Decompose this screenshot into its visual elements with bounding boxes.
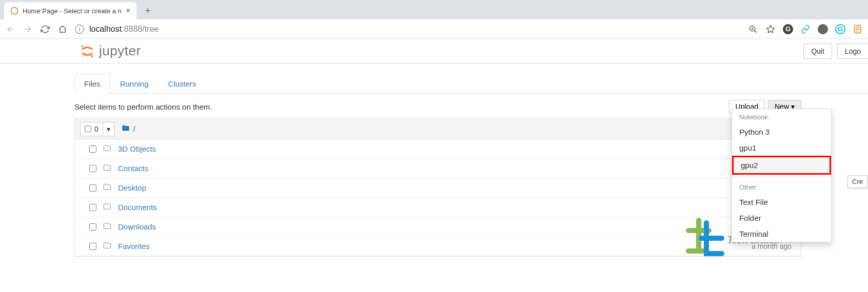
folder-outline-icon	[103, 144, 112, 154]
dropdown-item-terminal[interactable]: Terminal	[732, 226, 831, 242]
new-tab-button[interactable]: +	[141, 4, 155, 18]
svg-point-10	[91, 55, 94, 57]
browser-tab[interactable]: Home Page - Select or create a n ×	[4, 2, 136, 19]
select-all-checkbox[interactable]	[85, 126, 91, 132]
folder-outline-icon	[103, 202, 112, 212]
file-name[interactable]: Contacts	[118, 164, 148, 173]
folder-outline-icon	[103, 163, 112, 173]
url-host: localhost	[89, 25, 122, 33]
breadcrumb: /	[121, 124, 135, 134]
url-field[interactable]: i localhost:8888/tree	[75, 25, 741, 34]
jupyter-logo-text: jupyter	[99, 43, 141, 59]
row-checkbox[interactable]	[89, 243, 96, 250]
extension-icon-link[interactable]	[800, 24, 811, 34]
extension-icon-doc[interactable]	[853, 24, 863, 34]
home-button[interactable]	[57, 24, 68, 34]
list-item: Documents	[75, 198, 801, 217]
jupyter-logo-icon	[80, 44, 95, 59]
file-name[interactable]: 3D Objects	[118, 144, 156, 153]
file-name[interactable]: Downloads	[118, 222, 156, 231]
jupyter-favicon	[10, 7, 18, 15]
svg-point-2	[16, 13, 17, 14]
dropdown-divider	[732, 177, 831, 177]
row-checkbox[interactable]	[89, 165, 96, 172]
jupyter-tabs: Files Running Clusters	[74, 74, 868, 94]
browser-tab-strip: Home Page - Select or create a n × +	[0, 0, 868, 19]
tab-clusters[interactable]: Clusters	[159, 74, 206, 94]
dropdown-section-other: Other:	[732, 179, 831, 194]
zoom-icon[interactable]	[748, 24, 758, 34]
select-menu-caret[interactable]: ▾	[103, 122, 114, 136]
folder-outline-icon	[103, 222, 112, 232]
address-bar: i localhost:8888/tree G G	[0, 19, 868, 39]
file-name[interactable]: Documents	[118, 203, 157, 212]
file-name[interactable]: Desktop	[118, 183, 146, 192]
url-port: :8888	[122, 25, 142, 33]
row-checkbox[interactable]	[89, 184, 96, 192]
dropdown-item-gpu2[interactable]: gpu2	[732, 156, 831, 175]
browser-tab-title: Home Page - Select or create a n	[23, 7, 122, 15]
tab-files[interactable]: Files	[74, 74, 110, 94]
list-item: Contacts	[75, 159, 801, 178]
new-dropdown: Notebook: Python 3 gpu1 gpu2 Other: Text…	[732, 109, 832, 242]
folder-outline-icon	[103, 241, 112, 251]
list-item: 3D Objects	[75, 139, 801, 159]
forward-button[interactable]	[23, 24, 33, 34]
toolbar-hint: Select items to perform actions on them.	[74, 102, 212, 111]
dropdown-item-python3[interactable]: Python 3	[732, 124, 831, 140]
extension-icon-g2[interactable]: G	[835, 24, 845, 34]
row-checkbox[interactable]	[89, 145, 96, 153]
jupyter-logo[interactable]: jupyter	[80, 43, 141, 59]
dropdown-item-folder[interactable]: Folder	[732, 210, 831, 226]
folder-outline-icon	[103, 183, 112, 193]
file-list-header: 0 ▾ / Name	[75, 119, 801, 139]
logout-button[interactable]: Logo	[837, 44, 868, 59]
row-checkbox[interactable]	[89, 223, 96, 231]
file-name[interactable]: Favorites	[118, 242, 150, 251]
breadcrumb-root[interactable]: /	[133, 125, 135, 133]
tab-running[interactable]: Running	[110, 74, 159, 94]
site-info-icon[interactable]: i	[75, 25, 84, 34]
quit-button[interactable]: Quit	[803, 44, 832, 59]
url-path: /tree	[142, 25, 159, 33]
row-checkbox[interactable]	[89, 204, 96, 211]
extension-icon-g[interactable]: G	[783, 24, 793, 34]
file-modified: a month ago	[752, 242, 792, 251]
tooltip: Cre	[847, 175, 867, 188]
select-group: 0 ▾	[80, 122, 115, 136]
select-all[interactable]: 0	[81, 122, 103, 136]
svg-marker-4	[767, 25, 775, 32]
svg-point-11	[82, 55, 84, 57]
reload-button[interactable]	[40, 24, 50, 34]
back-button[interactable]	[5, 24, 15, 34]
file-list: 0 ▾ / Name Notebook: Python 3 gpu1 gpu2 …	[74, 118, 801, 257]
close-icon[interactable]: ×	[126, 6, 130, 15]
extension-icon-circle[interactable]	[818, 24, 828, 34]
list-item: Favorites a month ago	[75, 237, 801, 256]
folder-icon[interactable]	[121, 124, 130, 134]
list-item: Downloads	[75, 217, 801, 237]
list-item: Desktop	[75, 178, 801, 198]
jupyter-header: jupyter Quit Logo	[0, 39, 868, 64]
dropdown-item-textfile[interactable]: Text File	[732, 194, 831, 210]
star-icon[interactable]	[765, 24, 776, 34]
dropdown-section-notebook: Notebook:	[732, 109, 831, 124]
svg-point-9	[81, 45, 83, 47]
dropdown-item-gpu1[interactable]: gpu1	[732, 140, 831, 156]
svg-point-1	[11, 8, 12, 9]
selected-count: 0	[94, 125, 98, 133]
